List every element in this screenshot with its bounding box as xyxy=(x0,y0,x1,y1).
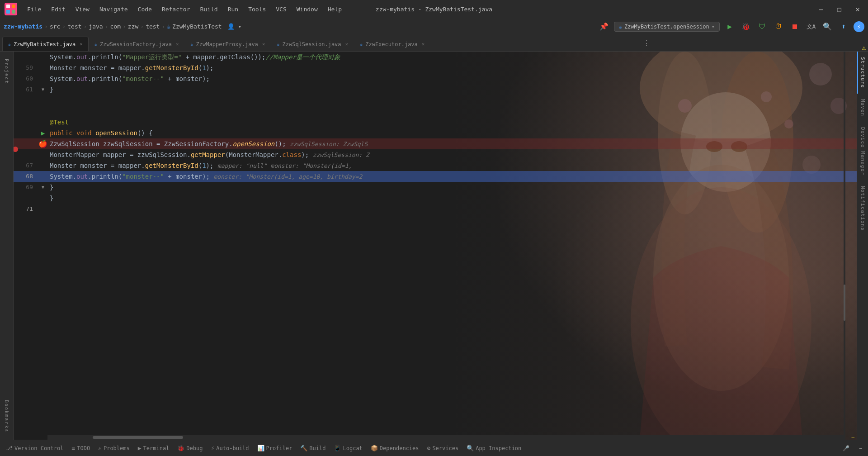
line-gutter-69: ▼ xyxy=(38,182,47,193)
profiler-button[interactable]: 📊 Profiler xyxy=(254,443,296,453)
breadcrumb-java[interactable]: java xyxy=(89,23,103,30)
auto-build-button[interactable]: ⚡ Auto-build xyxy=(207,443,252,453)
right-panel-notifications[interactable]: Notifications xyxy=(857,180,868,236)
vertical-scrollbar[interactable]: — xyxy=(844,52,845,440)
coverage-button[interactable]: 🛡 xyxy=(756,20,769,33)
java-icon: ☕ xyxy=(8,42,11,47)
menu-tools[interactable]: Tools xyxy=(244,4,270,14)
more-options-button[interactable]: ⋯ xyxy=(855,443,866,453)
mic-button[interactable]: 🎤 xyxy=(839,443,853,453)
fold-icon-69: ▼ xyxy=(42,182,44,193)
menu-file[interactable]: File xyxy=(23,4,46,14)
tab-close-button-4[interactable]: ✕ xyxy=(345,41,349,47)
stop-button[interactable]: ⏹ xyxy=(788,20,801,33)
right-panel-maven[interactable]: Maven xyxy=(857,94,868,122)
build-label: Build xyxy=(309,445,326,451)
menu-view[interactable]: View xyxy=(71,4,94,14)
sidebar-item-project[interactable]: Project xyxy=(2,55,11,88)
nav-right: 📌 ☕ ZzwMyBatisTest.openSession ▾ ▶ 🐞 🛡 ⏱… xyxy=(598,20,864,33)
line-number-69: 69 xyxy=(14,182,38,193)
run-button[interactable]: ▶ xyxy=(723,20,736,33)
user-icon[interactable]: 👤 ▾ xyxy=(227,23,242,30)
breadcrumb-class[interactable]: ZzwMyBatisTest xyxy=(172,23,222,30)
debug-icon: 🐞 xyxy=(177,445,184,451)
tab-label: ZzwMyBatisTest.java xyxy=(14,41,75,48)
code-editor: System.out.println("Mapper运行类型=" + mappe… xyxy=(14,52,857,440)
line-number-68: 68 xyxy=(14,171,38,182)
code-content: System.out.println("Mapper运行类型=" + mappe… xyxy=(14,52,857,440)
tab-ZzwMyBatisTest[interactable]: ☕ ZzwMyBatisTest.java ✕ xyxy=(2,37,89,51)
code-line-blank2 xyxy=(14,106,857,117)
code-line-58: System.out.println("Mapper运行类型=" + mappe… xyxy=(14,52,857,62)
menu-refactor[interactable]: Refactor xyxy=(157,4,195,14)
debug-label: Debug xyxy=(186,445,203,451)
terminal-button[interactable]: ▶ Terminal xyxy=(134,443,173,453)
tab-ZzwSqlSession[interactable]: ☕ ZzwSqlSession.java ✕ xyxy=(271,37,354,51)
v-scroll-thumb[interactable] xyxy=(844,285,845,321)
tab-close-button-2[interactable]: ✕ xyxy=(176,41,179,47)
version-control-button[interactable]: ⎇ Version Control xyxy=(2,443,67,453)
right-panel-device-manager[interactable]: Device Manager xyxy=(857,122,868,181)
horizontal-scrollbar[interactable] xyxy=(47,435,845,440)
scroll-thumb[interactable] xyxy=(93,436,183,439)
tab-close-button-5[interactable]: ✕ xyxy=(422,41,425,47)
menu-code[interactable]: Code xyxy=(133,4,156,14)
title-bar: File Edit View Navigate Code Refactor Bu… xyxy=(0,0,868,18)
menu-vcs[interactable]: VCS xyxy=(271,4,291,14)
line-number-61: 61 xyxy=(14,84,38,95)
run-method-icon[interactable]: ▶ xyxy=(41,128,45,138)
breadcrumb-src[interactable]: src xyxy=(50,23,60,30)
menu-window[interactable]: Window xyxy=(292,4,322,14)
profile-button[interactable]: ⏱ xyxy=(772,20,785,33)
problems-button[interactable]: ⚠ Problems xyxy=(94,443,133,453)
breadcrumb-zzw[interactable]: zzw xyxy=(128,23,138,30)
tab-ZzwMapperProxy[interactable]: ☕ ZzwMapperProxy.java ✕ xyxy=(185,37,271,51)
code-line-67: 67 Monster monster = mapper.getMonsterBy… xyxy=(14,160,857,171)
breadcrumb-com[interactable]: com xyxy=(110,23,121,30)
line-gutter-65: 🍎 xyxy=(38,138,47,149)
profiler-icon: 📊 xyxy=(257,445,264,451)
menu-edit[interactable]: Edit xyxy=(47,4,70,14)
pin-icon[interactable]: 📌 xyxy=(598,20,610,33)
build-button[interactable]: 🔨 Build xyxy=(297,443,329,453)
menu-help[interactable]: Help xyxy=(323,4,346,14)
update-icon[interactable]: ⬆ xyxy=(837,20,850,33)
app-inspection-button[interactable]: 🔍 App Inspection xyxy=(463,443,525,453)
todo-button[interactable]: ≡ TODO xyxy=(68,443,94,453)
line-gutter-method: ▶ xyxy=(38,128,47,138)
menu-build[interactable]: Build xyxy=(196,4,222,14)
tab-ZzwExecutor[interactable]: ☕ ZzwExecutor.java ✕ xyxy=(354,37,430,51)
close-button[interactable]: ✕ xyxy=(852,4,863,14)
power-icon[interactable]: ⚡ xyxy=(854,21,864,32)
sidebar-item-bookmarks[interactable]: Bookmarks xyxy=(2,396,11,436)
translate-icon[interactable]: 文A xyxy=(805,20,817,33)
svg-rect-4 xyxy=(12,10,15,14)
debug-button[interactable]: 🐞 Debug xyxy=(174,443,206,453)
services-label: Services xyxy=(432,445,458,451)
right-panel-structure[interactable]: Structure xyxy=(857,52,868,94)
menu-navigate[interactable]: Navigate xyxy=(95,4,132,14)
auto-build-label: Auto-build xyxy=(216,445,249,451)
breadcrumb-project[interactable]: zzw-mybatis xyxy=(4,23,42,30)
services-button[interactable]: ⚙ Services xyxy=(424,443,462,453)
debug-button[interactable]: 🐞 xyxy=(740,20,752,33)
breadcrumb-test2[interactable]: test xyxy=(146,23,160,30)
tab-close-button[interactable]: ✕ xyxy=(80,41,83,47)
search-icon[interactable]: 🔍 xyxy=(821,20,834,33)
run-config-selector[interactable]: ☕ ZzwMyBatisTest.openSession ▾ xyxy=(614,22,720,32)
logcat-icon: 📱 xyxy=(334,445,341,451)
breadcrumb-test[interactable]: test xyxy=(67,23,81,30)
tab-close-button-3[interactable]: ✕ xyxy=(262,41,265,47)
tab-overflow-button[interactable]: ⋮ xyxy=(639,39,654,48)
minimize-button[interactable]: — xyxy=(815,4,827,14)
line-text-method: public void openSession() { xyxy=(47,128,857,138)
tab-ZzwSessionFactory[interactable]: ☕ ZzwSessionFactory.java ✕ xyxy=(89,37,185,51)
maximize-button[interactable]: ❐ xyxy=(834,4,845,14)
dependencies-button[interactable]: 📦 Dependencies xyxy=(367,443,423,453)
code-line-71: 71 xyxy=(14,204,857,214)
window-controls: — ❐ ✕ xyxy=(815,4,863,14)
code-line-outer: } xyxy=(14,193,857,204)
logcat-button[interactable]: 📱 Logcat xyxy=(330,443,366,453)
menu-run[interactable]: Run xyxy=(223,4,243,14)
run-config-name: ZzwMyBatisTest.openSession xyxy=(624,24,709,30)
